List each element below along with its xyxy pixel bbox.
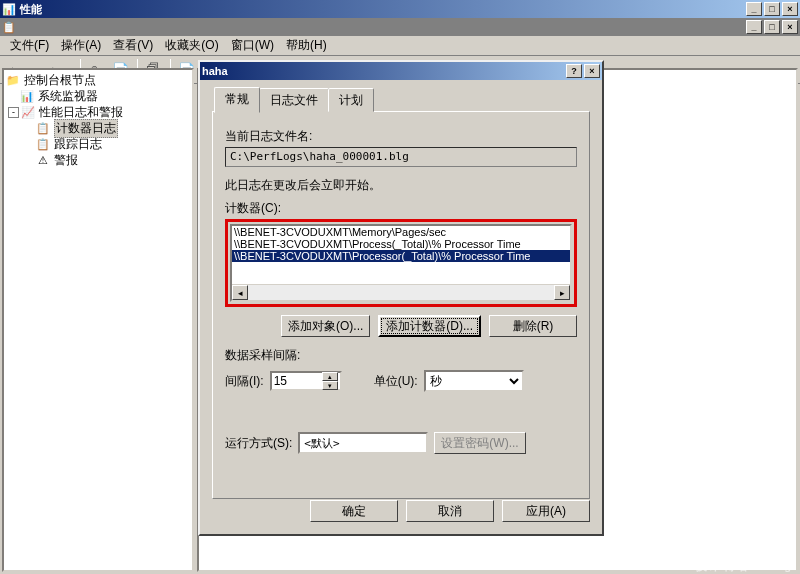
tree-label: 警报 <box>54 152 78 169</box>
tab-strip: 常规 日志文件 计划 <box>214 88 590 112</box>
tree-root[interactable]: 📁 控制台根节点 <box>6 72 190 88</box>
runas-input[interactable] <box>298 432 428 454</box>
tree-item-alert[interactable]: ⚠ 警报 <box>6 152 190 168</box>
scroll-right-icon[interactable]: ▸ <box>554 285 570 300</box>
h-scrollbar[interactable]: ◂ ▸ <box>232 284 570 300</box>
runas-label: 运行方式(S): <box>225 435 292 452</box>
cancel-button[interactable]: 取消 <box>406 500 494 522</box>
watermark: 51CTO.com 技术博客 Blog <box>641 539 794 572</box>
list-item[interactable]: \\BENET-3CVODUXMT\Processor(_Total)\% Pr… <box>232 250 570 262</box>
tree-label: 跟踪日志 <box>54 136 102 153</box>
minimize-button[interactable]: _ <box>746 2 762 16</box>
mdi-minimize-button[interactable]: _ <box>746 20 762 34</box>
unit-label: 单位(U): <box>374 373 418 390</box>
apply-button[interactable]: 应用(A) <box>502 500 590 522</box>
sample-interval-label: 数据采样间隔: <box>225 347 577 364</box>
counterlog-icon: 📋 <box>36 121 50 135</box>
tab-label: 日志文件 <box>270 93 318 107</box>
current-log-filename: C:\PerfLogs\haha_000001.blg <box>225 147 577 167</box>
counters-highlight: \\BENET-3CVODUXMT\Memory\Pages/sec \\BEN… <box>225 219 577 307</box>
mdi-icon: 📋 <box>2 20 16 34</box>
restore-button[interactable]: □ <box>764 2 780 16</box>
tree-root-label: 控制台根节点 <box>24 72 96 89</box>
menu-bar: 文件(F) 操作(A) 查看(V) 收藏夹(O) 窗口(W) 帮助(H) <box>0 36 800 56</box>
menu-fav[interactable]: 收藏夹(O) <box>159 35 224 56</box>
tab-logfile[interactable]: 日志文件 <box>259 88 329 112</box>
tree-item-trace[interactable]: 📋 跟踪日志 <box>6 136 190 152</box>
menu-view[interactable]: 查看(V) <box>107 35 159 56</box>
start-note: 此日志在更改后会立即开始。 <box>225 177 577 194</box>
spin-up-icon[interactable]: ▴ <box>322 372 338 381</box>
tab-general[interactable]: 常规 <box>214 87 260 113</box>
tab-label: 计划 <box>339 93 363 107</box>
spin-down-icon[interactable]: ▾ <box>322 381 338 390</box>
monitor-icon: 📊 <box>20 89 34 103</box>
menu-help[interactable]: 帮助(H) <box>280 35 333 56</box>
dialog-close-button[interactable]: × <box>584 64 600 78</box>
help-button[interactable]: ? <box>566 64 582 78</box>
tab-schedule[interactable]: 计划 <box>328 88 374 112</box>
ok-button[interactable]: 确定 <box>310 500 398 522</box>
scroll-left-icon[interactable]: ◂ <box>232 285 248 300</box>
menu-file[interactable]: 文件(F) <box>4 35 55 56</box>
interval-spinner[interactable]: ▴▾ <box>270 371 342 391</box>
tab-label: 常规 <box>225 92 249 106</box>
alert-icon: ⚠ <box>36 153 50 167</box>
tree-label: 系统监视器 <box>38 88 98 105</box>
app-icon: 📊 <box>2 2 16 16</box>
list-item[interactable]: \\BENET-3CVODUXMT\Memory\Pages/sec <box>232 226 570 238</box>
mdi-restore-button[interactable]: □ <box>764 20 780 34</box>
dialog-title: haha <box>202 65 228 77</box>
current-log-label: 当前日志文件名: <box>225 128 577 145</box>
interval-input[interactable] <box>272 374 322 388</box>
counters-listbox[interactable]: \\BENET-3CVODUXMT\Memory\Pages/sec \\BEN… <box>230 224 572 302</box>
tab-panel-general: 当前日志文件名: C:\PerfLogs\haha_000001.blg 此日志… <box>212 111 590 499</box>
counters-label: 计数器(C): <box>225 200 577 217</box>
list-item[interactable]: \\BENET-3CVODUXMT\Process(_Total)\% Proc… <box>232 238 570 250</box>
mdi-close-button[interactable]: × <box>782 20 798 34</box>
tree-item-sysmon[interactable]: 📊 系统监视器 <box>6 88 190 104</box>
tree-pane[interactable]: 📁 控制台根节点 📊 系统监视器 - 📈 性能日志和警报 📋 计数器日志 📋 跟… <box>2 68 194 572</box>
set-password-button: 设置密码(W)... <box>434 432 525 454</box>
close-button[interactable]: × <box>782 2 798 16</box>
remove-button[interactable]: 删除(R) <box>489 315 577 337</box>
unit-select[interactable]: 秒 <box>424 370 524 392</box>
tree-item-counter[interactable]: 📋 计数器日志 <box>6 120 190 136</box>
main-titlebar: 📊 性能 _ □ × <box>0 0 800 18</box>
perflog-icon: 📈 <box>21 105 35 119</box>
collapse-icon[interactable]: - <box>8 107 19 118</box>
menu-window[interactable]: 窗口(W) <box>225 35 280 56</box>
interval-label: 间隔(I): <box>225 373 264 390</box>
menu-action[interactable]: 操作(A) <box>55 35 107 56</box>
dialog-titlebar[interactable]: haha ? × <box>200 62 602 80</box>
main-title: 性能 <box>20 2 42 17</box>
add-object-button[interactable]: 添加对象(O)... <box>281 315 370 337</box>
add-counter-button[interactable]: 添加计数器(D)... <box>378 315 481 337</box>
mdi-titlebar: 📋 _ □ × <box>0 18 800 36</box>
properties-dialog: haha ? × 常规 日志文件 计划 当前日志文件名: C:\PerfLogs… <box>198 60 604 536</box>
folder-icon: 📁 <box>6 73 20 87</box>
tracelog-icon: 📋 <box>36 137 50 151</box>
